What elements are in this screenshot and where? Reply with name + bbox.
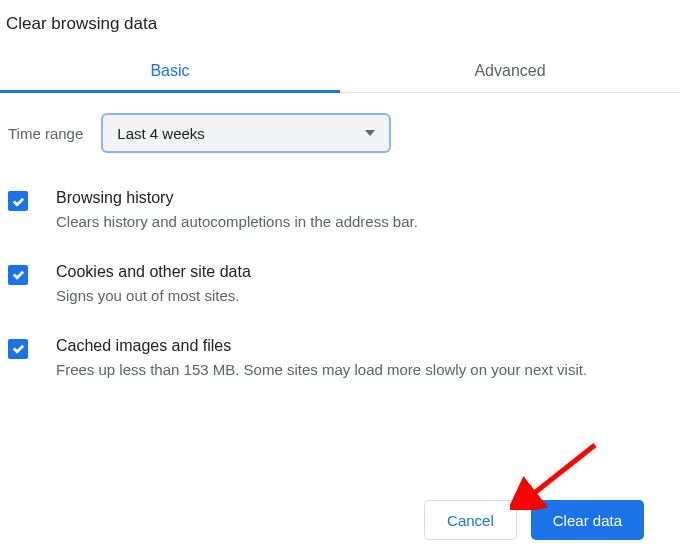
content-area: Time range Last 4 weeks Browsing history… bbox=[0, 93, 680, 380]
option-browsing-history: Browsing history Clears history and auto… bbox=[8, 189, 672, 233]
option-desc: Signs you out of most sites. bbox=[56, 285, 672, 307]
clear-data-button[interactable]: Clear data bbox=[531, 500, 644, 540]
tab-basic[interactable]: Basic bbox=[0, 50, 340, 92]
dialog-title: Clear browsing data bbox=[0, 0, 680, 34]
option-cache: Cached images and files Frees up less th… bbox=[8, 337, 672, 381]
chevron-down-icon bbox=[365, 130, 375, 136]
tabs-container: Basic Advanced bbox=[0, 50, 680, 93]
option-desc: Frees up less than 153 MB. Some sites ma… bbox=[56, 359, 672, 381]
option-title: Cookies and other site data bbox=[56, 263, 672, 281]
time-range-row: Time range Last 4 weeks bbox=[8, 113, 672, 153]
checkbox-browsing-history[interactable] bbox=[8, 191, 28, 211]
option-title: Cached images and files bbox=[56, 337, 672, 355]
option-title: Browsing history bbox=[56, 189, 672, 207]
option-text: Cached images and files Frees up less th… bbox=[56, 337, 672, 381]
check-icon bbox=[11, 267, 26, 282]
tab-advanced[interactable]: Advanced bbox=[340, 50, 680, 92]
cancel-button[interactable]: Cancel bbox=[424, 500, 517, 540]
svg-line-1 bbox=[528, 445, 595, 498]
check-icon bbox=[11, 341, 26, 356]
dialog-footer: Cancel Clear data bbox=[424, 500, 644, 540]
time-range-value: Last 4 weeks bbox=[117, 125, 205, 142]
time-range-select-wrapper: Last 4 weeks bbox=[101, 113, 391, 153]
checkbox-cache[interactable] bbox=[8, 339, 28, 359]
time-range-select[interactable]: Last 4 weeks bbox=[101, 113, 391, 153]
time-range-label: Time range bbox=[8, 125, 83, 142]
option-cookies: Cookies and other site data Signs you ou… bbox=[8, 263, 672, 307]
checkbox-cookies[interactable] bbox=[8, 265, 28, 285]
check-icon bbox=[11, 194, 26, 209]
option-desc: Clears history and autocompletions in th… bbox=[56, 211, 672, 233]
option-text: Browsing history Clears history and auto… bbox=[56, 189, 672, 233]
option-text: Cookies and other site data Signs you ou… bbox=[56, 263, 672, 307]
